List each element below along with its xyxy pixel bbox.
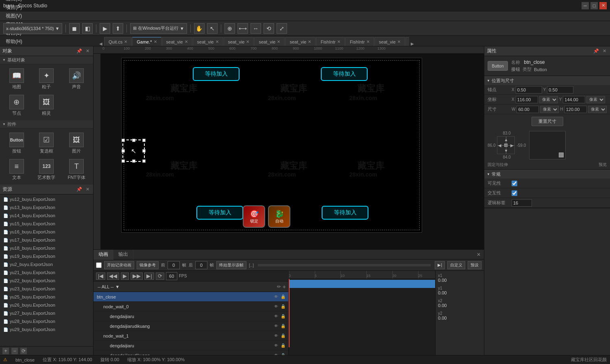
track-eye-2[interactable]: 👁 [273, 314, 279, 319]
asset-item-9[interactable]: 📄yu21_buyu.ExportJson [0, 268, 93, 277]
project-selector[interactable]: x-studio365(1334 * 750) ▼ [3, 23, 62, 34]
general-header[interactable]: ▼ 常规 [484, 170, 610, 179]
pos-size-header[interactable]: ▼ 位置与尺寸 [484, 76, 610, 85]
close-button[interactable]: ✕ [599, 2, 607, 9]
before-input[interactable] [168, 261, 180, 269]
track-lock-1[interactable]: 🔒 [280, 304, 286, 310]
canvas-viewport[interactable]: 藏宝库 28xin.com 藏宝库 28xin.com 藏宝库 28xin.co… [101, 54, 484, 249]
tab-quit[interactable]: Quit.cs✕ [104, 37, 132, 46]
ctrl-item-1[interactable]: ☑复选框 [33, 131, 61, 156]
track-eye-0[interactable]: 👁 [273, 294, 279, 300]
assets-close-btn[interactable]: ✕ [84, 186, 91, 193]
object-pin-btn[interactable]: 📌 [76, 48, 83, 54]
tool-8[interactable]: ⤢ [277, 23, 287, 34]
asset-item-2[interactable]: 📄yu14_buyu.ExportJson [0, 211, 93, 220]
anim-panel-close[interactable]: ✕ [473, 252, 484, 257]
track-pencil-icon[interactable]: ✏ [277, 284, 281, 290]
track-eye-1[interactable]: 👁 [273, 304, 279, 310]
menu-item-edit[interactable]: 编辑(E) [2, 0, 27, 3]
ctrl-item-0[interactable]: Button按钮 [2, 131, 31, 156]
record-checkbox[interactable] [96, 262, 102, 268]
track-row-5[interactable]: dengdaijiaru👁🔒 [94, 341, 288, 351]
asset-item-12[interactable]: 📄yu25_buyu.ExportJson [0, 293, 93, 301]
asset-item-10[interactable]: 📄yu22_buyu.ExportJson [0, 277, 93, 285]
tab-sv7[interactable]: seat_vie✕ [405, 37, 409, 46]
remove-asset-btn[interactable]: − [11, 348, 18, 354]
tab-sv3[interactable]: seat_vie✕ [224, 37, 254, 46]
track-row-0[interactable]: btn_close👁🔒 [94, 292, 288, 302]
position-x-input[interactable] [516, 96, 538, 103]
ctrl-item-4[interactable]: 123艺术数字 [33, 157, 61, 182]
track-row-3[interactable]: dengdaijiarudikuang👁🔒 [94, 321, 288, 331]
prev-frame-btn[interactable]: ◀◀ [107, 272, 119, 280]
track-eye-3[interactable]: 👁 [273, 323, 279, 329]
ctrl-item-2[interactable]: 🖼图片 [62, 131, 91, 156]
position-y-input[interactable] [563, 96, 585, 103]
playback-slider[interactable] [258, 264, 431, 266]
asset-item-7[interactable]: 📄yu19_buyu.ExportJson [0, 252, 93, 260]
basic-obj-item-2[interactable]: 🔊声音 [62, 67, 91, 92]
menu-item-help[interactable]: 帮助(H) [2, 37, 27, 46]
tab-close-sv2[interactable]: ✕ [216, 39, 219, 44]
track-lock-2[interactable]: 🔒 [280, 314, 286, 319]
tab-game[interactable]: Game.*✕ [132, 37, 161, 46]
toolbar-btn-2[interactable]: ◧ [82, 23, 93, 34]
visibility-checkbox[interactable] [512, 181, 517, 186]
asset-item-14[interactable]: 📄yu27_buyu.ExportJson [0, 309, 93, 317]
basic-obj-item-4[interactable]: 🖼精灵 [33, 93, 61, 118]
refresh-asset-btn[interactable]: ⟳ [20, 348, 27, 354]
auto-icon-btn[interactable]: 🐉 自动 [268, 205, 290, 228]
lock-icon-btn[interactable]: 🎯 锁定 [243, 205, 265, 228]
tab-sv4[interactable]: seat_vie✕ [254, 37, 285, 46]
track-lock-0[interactable]: 🔒 [280, 294, 286, 300]
track-eye-4[interactable]: 👁 [273, 333, 279, 339]
pos-x-unit-select[interactable]: 像素 [539, 96, 558, 103]
tab-close-game[interactable]: ✕ [154, 39, 157, 44]
tab-close-fi1[interactable]: ✕ [337, 39, 340, 44]
tab-close-sv5[interactable]: ✕ [308, 39, 311, 44]
timeline-bar-0[interactable] [289, 280, 435, 288]
basic-objects-section[interactable]: ▼ 基础对象 [0, 56, 93, 64]
properties-pin-btn[interactable]: 📌 [593, 48, 599, 54]
asset-item-5[interactable]: 📄yu17_buyu.ExportJson [0, 236, 93, 244]
tab-fi2[interactable]: FishIntr✕ [345, 37, 374, 46]
basic-obj-item-1[interactable]: ✦粒子 [33, 67, 61, 92]
anchor-y-input[interactable] [547, 86, 573, 94]
wait-join-btn-2[interactable]: 等待加入 [321, 67, 368, 81]
ctrl-item-3[interactable]: ≡文本 [2, 157, 31, 182]
after-input[interactable] [195, 261, 207, 269]
upload-button[interactable]: ⬆ [113, 23, 123, 34]
wait-join-btn-3[interactable]: 等待加入 [196, 206, 243, 220]
anim-tab-animation[interactable]: 动画 [94, 250, 113, 259]
tab-close-fi2[interactable]: ✕ [366, 39, 370, 44]
track-lock-3[interactable]: 🔒 [280, 323, 286, 329]
size-h-input[interactable] [564, 106, 587, 113]
track-eye-5[interactable]: 👁 [273, 343, 279, 349]
tool-5[interactable]: ⟷ [237, 23, 248, 34]
reset-size-btn[interactable]: 重置尺寸 [532, 117, 563, 126]
logic-tag-input[interactable] [512, 199, 532, 207]
menu-item-view[interactable]: 视图(V) [2, 12, 27, 20]
track-row-1[interactable]: node_wait_0👁🔒 [94, 302, 288, 312]
anchor-x-input[interactable] [516, 86, 542, 94]
always-show-btn[interactable]: 终始显示该帧 [216, 261, 246, 269]
mirror-btn[interactable]: 镜像参考 [137, 261, 159, 269]
interaction-checkbox[interactable] [512, 190, 517, 196]
all-dropdown[interactable]: -- ALL -- ▼ [96, 284, 121, 289]
preset-btn[interactable]: 预设 [468, 261, 481, 269]
size-w-unit-select[interactable]: 像素 [540, 106, 559, 113]
tab-sv2[interactable]: seat_vie✕ [193, 37, 223, 46]
maximize-button[interactable]: □ [590, 2, 598, 9]
tab-close-sv6[interactable]: ✕ [397, 39, 401, 44]
asset-item-11[interactable]: 📄yu23_buyu.ExportJson [0, 285, 93, 293]
track-lock-4[interactable]: 🔒 [280, 333, 286, 339]
tool-7[interactable]: ⟲ [264, 23, 274, 34]
tab-scroll-left[interactable]: ◀ [98, 41, 104, 46]
asset-item-16[interactable]: 📄yu29_buyu.ExportJson [0, 325, 93, 333]
basic-obj-item-3[interactable]: ⊕节点 [2, 93, 31, 118]
tab-close-quit[interactable]: ✕ [124, 39, 127, 44]
crosshair-tool[interactable]: ⊕ [224, 23, 235, 34]
object-close-btn[interactable]: ✕ [84, 48, 91, 54]
next-frame-btn[interactable]: ▶▶ [131, 272, 143, 280]
tab-sv5[interactable]: seat_vie✕ [285, 37, 316, 46]
